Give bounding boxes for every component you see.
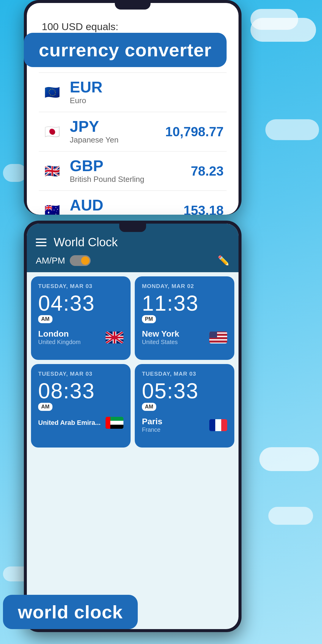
paris-city: Paris: [142, 417, 162, 426]
currency-value-aud: 153.18: [183, 203, 224, 215]
currency-info-eur: EUR Euro: [70, 79, 224, 105]
currency-code-eur: EUR: [70, 79, 224, 95]
svg-rect-14: [209, 339, 227, 340]
newyork-date: MONDAY, MAR 02: [142, 283, 227, 290]
svg-rect-24: [221, 419, 227, 431]
phone-notch: [115, 3, 151, 10]
uae-city: United Arab Emira...: [38, 419, 100, 427]
toggle-knob: [81, 256, 89, 265]
clock-card-paris[interactable]: TUESDAY, MAR 03 05:33 AM Paris France: [135, 364, 234, 448]
edit-button[interactable]: ✏️: [218, 255, 230, 266]
currency-name-aud: Australian Dollar: [70, 214, 183, 215]
currency-name-gbp: British Pound Sterling: [70, 175, 191, 184]
currency-item-gbp[interactable]: 🇬🇧 GBP British Pound Sterling 78.23: [39, 151, 227, 191]
paris-ampm: AM: [142, 403, 156, 411]
phone-bottom-notch: [119, 224, 146, 232]
ampm-toggle-switch[interactable]: [70, 255, 91, 266]
currency-name-jpy: Japanese Yen: [70, 135, 165, 145]
london-date: TUESDAY, MAR 03: [38, 283, 123, 290]
svg-rect-15: [209, 341, 227, 342]
paris-city-info: Paris France: [142, 417, 162, 433]
world-clock-badge: world clock: [3, 595, 138, 629]
world-clock-controls: AM/PM ✏️: [36, 255, 230, 266]
newyork-city: New York: [142, 329, 179, 339]
flag-eur: 🇪🇺: [42, 82, 63, 103]
currency-code-jpy: JPY: [70, 119, 165, 134]
london-city-info: London United Kingdom: [38, 329, 80, 346]
clock-card-uae[interactable]: TUESDAY, MAR 03 08:33 AM United Arab Emi…: [31, 364, 131, 448]
london-city: London: [38, 329, 80, 339]
paris-flag: [209, 419, 227, 431]
newyork-flag: [209, 332, 227, 343]
uae-date: TUESDAY, MAR 03: [38, 371, 123, 377]
flag-gbp: 🇬🇧: [42, 161, 63, 182]
svg-rect-16: [209, 343, 227, 343]
london-flag: [106, 332, 123, 343]
currency-code-gbp: GBP: [70, 158, 191, 174]
ampm-label: AM/PM: [36, 256, 65, 266]
currency-info-jpy: JPY Japanese Yen: [70, 119, 165, 145]
uae-flag: [106, 417, 123, 429]
world-clock-label: world clock: [18, 602, 123, 622]
currency-value-gbp: 78.23: [191, 164, 224, 179]
currency-header: 100 USD equals:: [39, 21, 227, 32]
clock-grid: TUESDAY, MAR 03 04:33 AM London United K…: [27, 272, 239, 452]
currency-converter-badge: currency converter: [24, 33, 227, 67]
menu-button[interactable]: [36, 239, 47, 246]
currency-code-aud: AUD: [70, 197, 183, 213]
ampm-toggle-group: AM/PM: [36, 255, 91, 266]
london-ampm: AM: [38, 315, 52, 323]
newyork-ampm: PM: [142, 315, 156, 323]
svg-rect-22: [209, 419, 215, 431]
newyork-city-info: New York United States: [142, 329, 179, 346]
currency-item-jpy[interactable]: 🇯🇵 JPY Japanese Yen 10,798.77: [39, 112, 227, 151]
currency-value-jpy: 10,798.77: [165, 124, 224, 139]
london-footer: London United Kingdom: [38, 329, 123, 346]
newyork-country: United States: [142, 339, 179, 346]
flag-aud: 🇦🇺: [42, 200, 63, 215]
paris-footer: Paris France: [142, 417, 227, 433]
svg-rect-23: [215, 419, 221, 431]
currency-converter-label: currency converter: [39, 40, 212, 60]
uae-city-info: United Arab Emira...: [38, 419, 100, 427]
currency-item-eur[interactable]: 🇪🇺 EUR Euro: [39, 73, 227, 112]
london-country: United Kingdom: [38, 339, 80, 346]
flag-jpy: 🇯🇵: [42, 121, 63, 142]
london-time: 04:33: [38, 292, 123, 314]
paris-time: 05:33: [142, 380, 227, 402]
clock-card-newyork[interactable]: MONDAY, MAR 02 11:33 PM New York United …: [135, 276, 234, 360]
newyork-time: 11:33: [142, 292, 227, 314]
world-clock-title: World Clock: [54, 236, 118, 249]
currency-info-aud: AUD Australian Dollar: [70, 197, 183, 215]
uae-ampm: AM: [38, 403, 52, 411]
uae-time: 08:33: [38, 380, 123, 402]
currency-name-eur: Euro: [70, 96, 224, 105]
newyork-footer: New York United States: [142, 329, 227, 346]
svg-rect-21: [106, 417, 110, 429]
svg-rect-17: [209, 332, 217, 338]
clock-card-london[interactable]: TUESDAY, MAR 03 04:33 AM London United K…: [31, 276, 131, 360]
paris-date: TUESDAY, MAR 03: [142, 371, 227, 377]
uae-footer: United Arab Emira...: [38, 417, 123, 429]
currency-converter-phone: 100 USD equals: 🇺🇸 USD 100 🇪🇺 EUR Euro: [24, 0, 242, 215]
world-clock-phone: World Clock AM/PM ✏️ TUESDAY, MAR 03 04:…: [24, 221, 242, 632]
currency-item-aud[interactable]: 🇦🇺 AUD Australian Dollar 153.18: [39, 191, 227, 215]
paris-country: France: [142, 426, 162, 433]
currency-info-gbp: GBP British Pound Sterling: [70, 158, 191, 184]
